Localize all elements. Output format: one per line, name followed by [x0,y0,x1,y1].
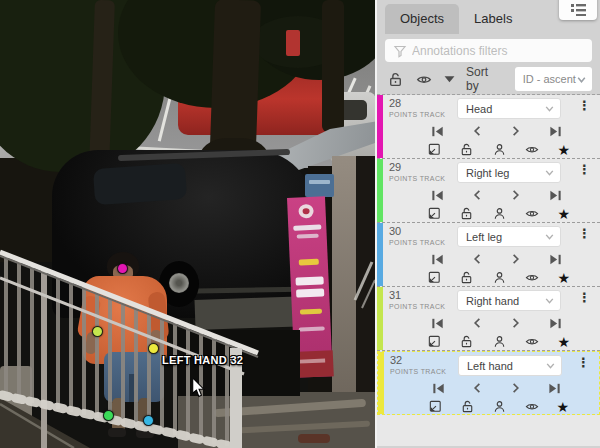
first-keyframe-button[interactable] [430,252,445,267]
lock-toggle-button[interactable] [460,399,475,414]
first-keyframe-button[interactable] [430,124,445,139]
lock-toggle-button[interactable] [459,334,474,349]
hidden-toggle-button[interactable] [524,270,540,285]
photo-kiosk-blue-plate-text [309,180,330,184]
prev-keyframe-button[interactable] [471,316,484,330]
object-label-select[interactable]: Left hand [458,355,562,376]
outside-toggle-button[interactable] [427,206,442,221]
object-label-select[interactable]: Right leg [457,162,561,183]
object-nav-row [389,119,596,139]
occluded-toggle-button[interactable] [492,334,507,349]
photo-sign-text-row [299,326,325,331]
skip-start-icon [430,124,445,139]
first-keyframe-button[interactable] [431,381,446,396]
tab-objects[interactable]: Objects [385,4,459,34]
object-row[interactable]: 31 POINTS TRACK Right hand ⋮ [377,287,600,351]
last-keyframe-button[interactable] [548,124,563,139]
object-nav-row [389,311,596,331]
occluded-toggle-button[interactable] [492,270,507,285]
caret-down-icon [444,75,455,83]
outside-icon [427,206,442,221]
keyframe-star-button[interactable]: ★ [557,335,570,349]
outside-toggle-button[interactable] [427,334,442,349]
eye-icon [524,399,540,414]
occluded-toggle-button[interactable] [492,142,507,157]
object-menu-button[interactable]: ⋮ [578,290,596,305]
last-keyframe-button[interactable] [547,381,562,396]
chevron-right-icon [509,316,522,330]
object-props-row: ★ [389,203,596,222]
object-label-select[interactable]: Left leg [457,226,561,247]
outside-icon [427,334,442,349]
lock-toggle-button[interactable] [459,142,474,157]
object-menu-button[interactable]: ⋮ [578,162,596,177]
keyframe-star-button[interactable]: ★ [557,271,570,285]
keyframe-star-button[interactable]: ★ [557,207,570,221]
last-keyframe-button[interactable] [548,316,563,331]
object-row[interactable]: 32 POINTS TRACK Left hand ⋮ [377,351,600,415]
first-keyframe-button[interactable] [430,316,445,331]
eye-icon [524,270,540,285]
object-label-select[interactable]: Head [457,98,561,119]
hidden-toggle-button[interactable] [524,334,540,349]
next-keyframe-button[interactable] [509,252,522,266]
hide-all-button[interactable] [415,71,433,88]
appearance-panel-button[interactable] [559,0,597,20]
outside-toggle-button[interactable] [427,270,442,285]
next-keyframe-button[interactable] [509,316,522,330]
last-keyframe-button[interactable] [548,188,563,203]
photo-red-sign-small [286,30,300,56]
object-id: 32 [390,355,458,366]
object-id: 28 [389,98,457,109]
chevron-down-icon [545,361,556,370]
prev-keyframe-button[interactable] [471,381,484,395]
photo-sign-text-row [297,234,319,239]
object-row[interactable]: 30 POINTS TRACK Left leg ⋮ [377,223,600,287]
object-row[interactable]: 28 POINTS TRACK Head ⋮ [377,95,600,159]
occluded-toggle-button[interactable] [492,206,507,221]
chevron-left-icon [471,252,484,266]
eye-icon [524,334,540,349]
person-icon [492,270,507,285]
object-type: POINTS TRACK [389,175,457,182]
object-label-select[interactable]: Right hand [457,290,561,311]
point-left-leg[interactable] [143,415,154,426]
prev-keyframe-button[interactable] [471,124,484,138]
annotation-canvas[interactable]: LEFT HAND 32 [0,0,375,448]
photo-tree-trunk [322,0,344,132]
point-head[interactable] [117,263,128,274]
keyframe-star-button[interactable]: ★ [557,143,570,157]
list-icon [571,4,586,16]
object-menu-button[interactable]: ⋮ [578,226,596,241]
chevron-left-icon [471,188,484,202]
lock-all-button[interactable] [387,71,404,88]
hidden-toggle-button[interactable] [524,399,540,414]
next-keyframe-button[interactable] [509,188,522,202]
last-keyframe-button[interactable] [548,252,563,267]
sort-select[interactable]: ID - ascent [515,67,592,91]
outside-toggle-button[interactable] [428,399,443,414]
tab-labels[interactable]: Labels [459,4,527,34]
point-right-leg[interactable] [103,410,114,421]
skip-start-icon [430,252,445,267]
object-color-strip [377,287,383,350]
first-keyframe-button[interactable] [430,188,445,203]
object-menu-button[interactable]: ⋮ [578,98,596,113]
point-right-hand[interactable] [92,326,103,337]
keyframe-star-button[interactable]: ★ [556,400,569,414]
prev-keyframe-button[interactable] [471,188,484,202]
hidden-toggle-button[interactable] [524,206,540,221]
lock-toggle-button[interactable] [459,270,474,285]
outside-toggle-button[interactable] [427,142,442,157]
point-left-hand[interactable] [148,343,159,354]
hidden-toggle-button[interactable] [524,142,540,157]
expand-all-button[interactable] [444,75,455,83]
lock-toggle-button[interactable] [459,206,474,221]
next-keyframe-button[interactable] [509,124,522,138]
prev-keyframe-button[interactable] [471,252,484,266]
next-keyframe-button[interactable] [509,381,522,395]
object-row[interactable]: 29 POINTS TRACK Right leg ⋮ [377,159,600,223]
occluded-toggle-button[interactable] [492,399,507,414]
object-menu-button[interactable]: ⋮ [577,355,595,370]
annotations-filter-input[interactable] [385,39,592,62]
